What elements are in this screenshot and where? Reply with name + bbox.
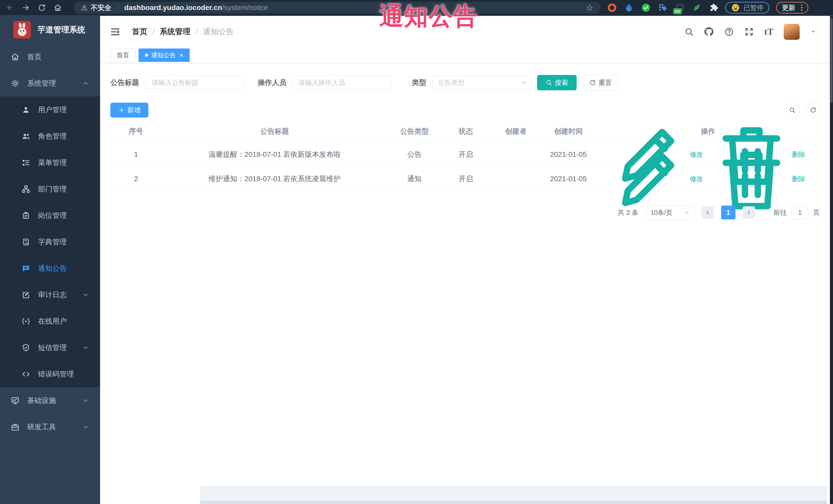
sidebar: 芋道管理系统 首页系统管理用户管理角色管理菜单管理部门管理岗位管理字典管理通知公… [0,16,100,504]
github-icon[interactable] [704,27,714,37]
help-icon[interactable] [724,27,734,37]
column-header: 创建时间 [542,126,595,136]
sidebar-item-online-users[interactable]: 在线用户 [0,308,100,334]
cell-actions: 修改删除 [595,140,821,217]
breadcrumb-item[interactable]: 首页 [132,26,147,37]
page-content: 公告标题 操作人员 类型 公告类型 搜索 重置 新增 [100,75,830,219]
address-bar[interactable]: ⚠ 不安全 dashboard.yudao.iocoder.cn/system/… [74,2,600,14]
notice-icon [22,264,30,273]
page-number-button[interactable]: 1 [721,206,736,219]
security-label: 不安全 [91,3,111,12]
home-icon [11,53,20,61]
extension-green-check-icon[interactable] [641,3,651,13]
pagination-total: 共 2 条 [618,208,639,217]
sidebar-item-label: 首页 [27,52,42,62]
refresh-table-button[interactable] [806,103,821,118]
add-button-label: 新增 [127,106,141,115]
sidebar-item-errcode-management[interactable]: 错误码管理 [0,361,100,387]
avatar-caret-icon[interactable] [810,28,816,35]
search-icon [789,107,795,114]
dict-icon [22,238,30,246]
browser-home-button[interactable] [52,2,64,14]
browser-forward-button[interactable] [20,2,32,14]
extension-blue-drop-icon[interactable] [624,3,634,13]
sidebar-item-label: 菜单管理 [38,158,67,168]
refresh-icon [810,107,816,114]
tab-label: 通知公告 [151,51,176,59]
refresh-icon [589,79,596,86]
user-avatar[interactable] [784,24,800,40]
extension-leaf-icon[interactable] [692,3,701,13]
sidebar-item-system-management[interactable]: 系统管理 [0,70,100,96]
add-button[interactable]: 新增 [110,103,148,118]
bookmark-star-icon[interactable]: ☆ [586,3,593,13]
sidebar-item-menu-management[interactable]: 菜单管理 [0,149,100,176]
scrollbar-thumb[interactable] [830,18,832,103]
update-label: 更新 [782,3,795,12]
sidebar-item-dict-management[interactable]: 字典管理 [0,229,100,255]
goto-label: 前往 [774,208,787,217]
browser-reload-button[interactable] [36,2,48,14]
font-size-icon[interactable]: tT [764,27,774,37]
browser-scrollbar[interactable] [830,16,833,504]
app-logo-row[interactable]: 芋道管理系统 [0,16,100,44]
sidebar-item-label: 用户管理 [38,105,67,115]
address-bar-divider [118,4,118,11]
cell-index: 2 [110,175,162,183]
chevron-down-icon [82,291,89,298]
operator-filter-input[interactable] [292,75,391,90]
sidebar-item-home[interactable]: 首页 [0,44,100,70]
active-tab-dot [145,54,148,57]
extension-grid-diamond-icon[interactable] [658,3,668,13]
browser-menu-icon[interactable] [801,4,803,11]
tags-view-bar: 首页通知公告× [100,47,830,63]
extension-dark-panel-icon[interactable]: on [675,3,685,13]
column-header: 公告类型 [387,126,442,136]
profile-paused-chip[interactable]: 已暂停 [725,2,769,14]
search-button[interactable]: 搜索 [537,75,577,90]
sidebar-item-role-management[interactable]: 角色管理 [0,123,100,149]
sidebar-item-infrastructure[interactable]: 基础设施 [0,387,100,414]
page-bottom-strip [200,486,827,504]
sidebar-item-audit-log[interactable]: 审计日志 [0,282,100,308]
next-page-button[interactable] [743,206,755,219]
cell-title: 温馨提醒：2018-07-01 若依新版本发布啦 [162,150,387,159]
title-filter-input[interactable] [146,75,243,90]
fullscreen-icon[interactable] [744,27,754,37]
browser-back-button[interactable] [4,2,16,14]
breadcrumb-item[interactable]: 系统管理 [160,26,190,37]
app-title: 芋道管理系统 [38,24,85,35]
sidebar-item-post-management[interactable]: 岗位管理 [0,202,100,229]
sidebar-toggle-icon[interactable] [110,26,121,37]
page-size-select[interactable]: 10条/页 [646,206,694,219]
cell-type: 通知 [387,174,442,184]
type-filter-select[interactable]: 公告类型 [432,75,533,90]
table-tools [785,103,821,118]
browser-update-chip[interactable]: 更新 [776,2,808,14]
sidebar-item-label: 系统管理 [27,78,56,88]
sidebar-item-label: 角色管理 [38,131,67,141]
sidebar-item-user-management[interactable]: 用户管理 [0,96,100,123]
chevron-up-icon [82,80,89,87]
sidebar-item-notice[interactable]: 通知公告 [0,255,100,282]
breadcrumb-separator: / [152,27,154,36]
close-icon[interactable]: × [180,52,183,58]
title-filter-label: 公告标题 [110,78,139,88]
sidebar-item-sms-management[interactable]: 短信管理 [0,334,100,361]
prev-page-button[interactable] [701,206,714,219]
extension-on-badge: on [673,8,682,14]
extension-orange-ring-icon[interactable] [607,3,617,13]
toggle-search-button[interactable] [785,103,800,118]
sidebar-item-dept-management[interactable]: 部门管理 [0,176,100,202]
tag-tab-notice[interactable]: 通知公告× [139,48,190,62]
tag-tab-home[interactable]: 首页 [110,48,136,62]
goto-page-input[interactable] [791,206,808,219]
audit-icon [22,290,30,299]
reset-button[interactable]: 重置 [583,75,618,90]
sidebar-item-dev-tools[interactable]: 研发工具 [0,414,100,440]
navbar-actions: tT [684,24,816,40]
paused-label: 已暂停 [743,3,763,12]
sidebar-item-label: 字典管理 [38,237,67,247]
header-search-icon[interactable] [684,27,694,37]
extensions-puzzle-icon[interactable] [709,3,718,13]
